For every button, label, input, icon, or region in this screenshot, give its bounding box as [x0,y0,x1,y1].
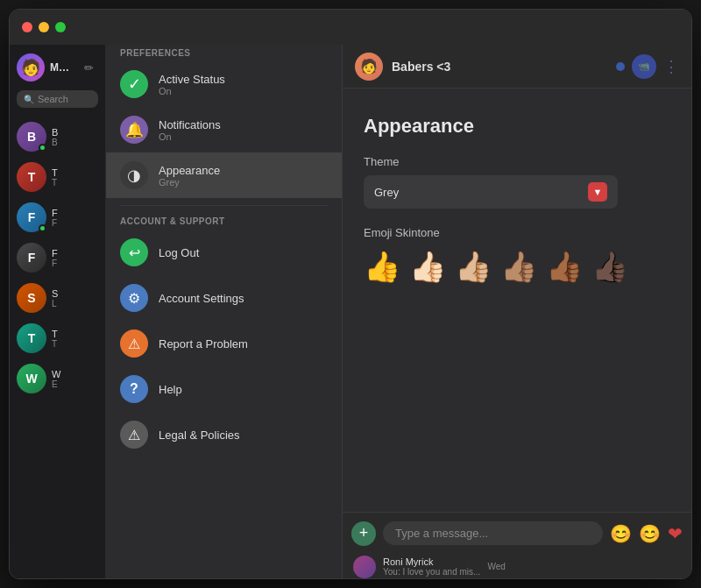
appearance-content: Appearance Theme Grey ▼ Emoji Skintone 👍… [343,89,691,308]
chat-header-actions: 📹 ⋮ [616,54,679,79]
report-problem-icon: ⚠ [120,329,148,358]
chat-info: T T [52,167,98,188]
online-indicator [39,144,46,152]
message-input[interactable]: Type a message... [383,521,603,545]
theme-value: Grey [374,186,399,199]
avatar-placeholder: S [17,283,46,313]
chat-list-item[interactable]: T T T [10,318,105,358]
messenger-title: Messenger [50,61,74,74]
pref-item-logout[interactable]: ↩ Log Out [106,230,342,275]
emoji-button-2[interactable]: 😊 [639,523,661,544]
sidebar-title-area: Messenger [50,61,74,74]
chat-list-item[interactable]: F F F [10,237,105,278]
compose-button[interactable]: ✏ [79,58,98,77]
chat-preview: F [52,218,98,228]
pref-text-logout: Log Out [159,246,328,259]
emoji-skintone-option[interactable]: 👍🏿 [591,251,628,281]
chat-name: W [52,369,98,379]
pref-label-report-problem: Report a Problem [159,337,328,351]
messenger-avatar: 🧑 [17,53,45,81]
main-content: 🧑 Messenger ✏ 🔍 Search B B B T [10,45,691,578]
more-options-button[interactable]: ⋮ [663,57,679,76]
chat-name: T [52,167,98,178]
pref-item-account-settings[interactable]: ⚙ Account Settings [106,275,342,321]
chat-info: W E [52,369,98,389]
close-button[interactable] [22,22,32,32]
traffic-lights [22,22,66,32]
search-placeholder: Search [38,94,68,104]
chat-footer: + Type a message... 😊 😊 ❤ [343,512,691,554]
notifications-icon: 🔔 [120,116,148,144]
pref-sublabel-notifications: On [159,131,328,142]
avatar-placeholder: F [17,243,46,273]
bottom-user-section: Roni Myrick You: I love you and mis... W… [353,556,506,578]
chat-list-item[interactable]: B B B [10,117,105,157]
chat-avatar: F [17,202,46,232]
emoji-skintone-option[interactable]: 👍🏽 [500,251,537,281]
bottom-user-avatar [353,556,376,578]
emoji-skintone-option[interactable]: 👍🏾 [546,251,583,281]
bottom-bar: Roni Myrick You: I love you and mis... W… [343,554,691,578]
chat-sidebar: 🧑 Messenger ✏ 🔍 Search B B B T [10,45,106,578]
emoji-skintone-option[interactable]: 👍 [364,251,400,281]
chat-info: T T [52,329,98,349]
chat-avatar: T [17,162,46,192]
pref-item-report-problem[interactable]: ⚠ Report a Problem [106,321,342,366]
emoji-skintone-option[interactable]: 👍🏼 [455,251,492,281]
maximize-button[interactable] [55,22,66,32]
chat-info: S L [52,288,98,308]
chat-name: F [52,208,98,218]
right-area: 🧑 Babers <3 📹 ⋮ Appearance Theme Grey [343,45,691,578]
sidebar-header: 🧑 Messenger ✏ [10,45,105,87]
chat-name: F [52,248,98,259]
title-bar [10,10,691,45]
online-indicator [39,224,46,232]
video-call-button[interactable]: 📹 [632,54,656,79]
pref-text-appearance: Appearance Grey [159,164,328,188]
chat-info: F F [52,208,98,228]
minimize-button[interactable] [39,22,49,32]
chat-avatar: B [17,122,46,152]
pref-label-active-status: Active Status [159,73,328,86]
theme-select[interactable]: Grey ▼ [364,175,618,209]
chat-list-item[interactable]: S S L [10,278,105,318]
chat-list-item[interactable]: T T T [10,157,105,197]
chat-preview: L [52,299,98,308]
theme-dropdown-arrow[interactable]: ▼ [588,182,607,202]
search-bar[interactable]: 🔍 Search [17,90,98,108]
pref-text-notifications: Notifications On [159,118,328,142]
pref-item-help[interactable]: ? Help [106,366,342,412]
bottom-time: Wed [487,562,505,571]
pref-text-account-settings: Account Settings [159,292,328,305]
appearance-icon: ◑ [120,161,148,189]
chat-header-name: Babers <3 [392,60,607,74]
add-attachment-button[interactable]: + [351,521,376,546]
pref-item-notifications[interactable]: 🔔 Notifications On [106,107,342,152]
pref-item-active-status[interactable]: ✓ Active Status On [106,61,342,107]
account-section-label: ACCOUNT & SUPPORT [106,213,342,230]
chat-name: S [52,288,98,299]
chat-preview: T [52,339,98,349]
pref-text-help: Help [159,383,328,396]
chat-info: B B [52,127,98,147]
pref-text-active-status: Active Status On [159,73,328,96]
pref-text-report-problem: Report a Problem [159,337,328,351]
chat-list-item[interactable]: W W E [10,358,105,399]
chat-preview: E [52,379,98,389]
chat-preview: F [52,259,98,268]
heart-reaction-button[interactable]: ❤ [668,523,683,544]
chat-avatar: W [17,364,46,393]
pref-label-legal: Legal & Policies [159,429,328,442]
emoji-button-1[interactable]: 😊 [610,523,632,544]
pref-item-appearance[interactable]: ◑ Appearance Grey [106,152,342,198]
pref-item-legal[interactable]: ⚠ Legal & Policies [106,412,342,457]
plus-icon: + [359,524,369,542]
message-placeholder: Type a message... [395,527,488,540]
chat-info: F F [52,248,98,268]
chat-list-item[interactable]: F F F [10,197,105,237]
emoji-skintone-option[interactable]: 👍🏻 [409,251,446,281]
avatar-placeholder: T [17,162,46,192]
chevron-down-icon: ▼ [593,187,603,197]
pref-label-help: Help [159,383,328,396]
search-icon: 🔍 [24,95,34,104]
